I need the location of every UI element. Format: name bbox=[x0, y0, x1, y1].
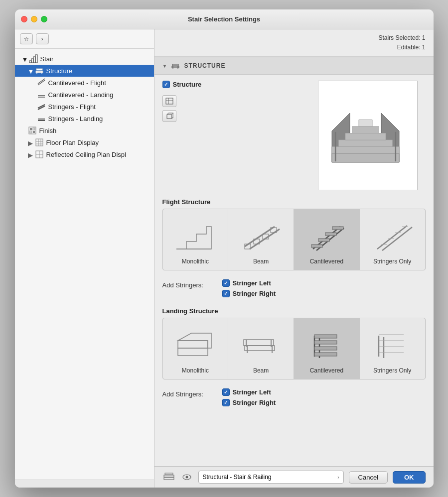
structure-icon bbox=[35, 66, 44, 75]
maximize-button[interactable] bbox=[41, 16, 47, 22]
flight-beam-label: Beam bbox=[253, 258, 269, 265]
sidebar-item-stair[interactable]: ▼ Stair bbox=[15, 53, 154, 65]
flight-stringer-left-label: Stringer Left bbox=[233, 279, 271, 287]
structure-checkbox-item[interactable]: Structure bbox=[162, 81, 318, 88]
landing-stringer-left-checkbox[interactable] bbox=[222, 388, 230, 396]
arrow-down-icon-structure: ▼ bbox=[28, 68, 34, 74]
sidebar-item-stringers-flight[interactable]: Stringers - Flight bbox=[15, 101, 154, 113]
view-dropdown-label: Structural - Stair & Railing bbox=[203, 474, 272, 481]
layers-icon bbox=[163, 472, 175, 482]
minimize-button[interactable] bbox=[31, 16, 37, 22]
landing-structure-grid: Monolithic bbox=[162, 318, 426, 379]
landing-cantilevered-option[interactable]: Cantilevered bbox=[294, 318, 360, 379]
arrow-right-icon-reflected: ▶ bbox=[28, 151, 34, 157]
landing-cantilevered-img bbox=[304, 324, 349, 364]
stringers-landing-icon bbox=[37, 114, 46, 123]
svg-rect-19 bbox=[30, 131, 32, 133]
flight-cantilevered-option[interactable]: Cantilevered bbox=[294, 209, 360, 270]
svg-rect-17 bbox=[30, 128, 32, 130]
window-body: ☆ › ▼ Stair bbox=[15, 29, 434, 488]
finish-icon bbox=[28, 126, 37, 135]
svg-rect-97 bbox=[165, 473, 173, 475]
star-icon: ☆ bbox=[24, 36, 29, 42]
landing-monolithic-option[interactable]: Monolithic bbox=[163, 318, 229, 379]
flight-stringer-right-label: Stringer Right bbox=[233, 290, 276, 297]
forward-button[interactable]: › bbox=[36, 33, 49, 44]
sidebar-tree: ▼ Stair ▼ bbox=[15, 49, 154, 480]
reflected-label: Reflected Ceiling Plan Displ bbox=[46, 151, 126, 158]
flight-add-stringers-row: Add Stringers: Stringer Left Stringer Ri… bbox=[154, 276, 434, 303]
eye-icon-container bbox=[180, 472, 193, 483]
flight-structure-grid: Monolithic bbox=[162, 209, 426, 270]
flight-stringers-only-label: Stringers Only bbox=[373, 258, 411, 265]
flight-cantilevered-img bbox=[304, 215, 349, 255]
floor-plan-label: Floor Plan Display bbox=[46, 139, 99, 146]
stair-preview-image bbox=[318, 81, 418, 190]
titlebar: Stair Selection Settings bbox=[15, 9, 434, 29]
flight-beam-option[interactable]: Beam bbox=[228, 209, 294, 270]
svg-marker-44 bbox=[332, 147, 399, 154]
landing-stringer-right-item[interactable]: Stringer Right bbox=[222, 399, 276, 406]
stringers-landing-label: Stringers - Landing bbox=[48, 115, 103, 123]
sidebar-item-cantilever-flight[interactable]: Cantilevered - Flight bbox=[15, 77, 154, 89]
main-panel: Stairs Selected: 1 Editable: 1 ▼ STRUCTU… bbox=[154, 29, 434, 488]
svg-rect-95 bbox=[164, 475, 174, 477]
plan-view-icon bbox=[165, 98, 173, 105]
svg-rect-7 bbox=[36, 69, 42, 70]
window-title: Stair Selection Settings bbox=[188, 15, 260, 23]
svg-rect-88 bbox=[314, 335, 337, 338]
svg-marker-76 bbox=[178, 333, 211, 348]
3d-view-icon bbox=[165, 113, 173, 120]
sidebar-toolbar: ☆ › bbox=[15, 29, 154, 49]
flight-stringer-left-checkbox[interactable] bbox=[222, 279, 230, 287]
flight-stringer-right-checkbox[interactable] bbox=[222, 290, 230, 297]
svg-marker-46 bbox=[338, 140, 392, 147]
structure-checkbox-label: Structure bbox=[173, 81, 202, 88]
sidebar-item-stringers-landing[interactable]: Stringers - Landing bbox=[15, 113, 154, 124]
stringers-flight-icon bbox=[37, 102, 46, 111]
finish-label: Finish bbox=[39, 127, 57, 134]
star-button[interactable]: ☆ bbox=[20, 33, 33, 44]
stringers-flight-label: Stringers - Flight bbox=[48, 103, 96, 111]
landing-stringers-checks: Stringer Left Stringer Right bbox=[222, 388, 276, 406]
landing-monolithic-img bbox=[173, 324, 218, 364]
landing-stringers-only-option[interactable]: Stringers Only bbox=[360, 318, 425, 379]
section-arrow-icon: ▼ bbox=[162, 63, 167, 69]
main-content: ▼ STRUCTURE Structure bbox=[154, 57, 434, 466]
sidebar-item-finish[interactable]: Finish bbox=[15, 124, 154, 136]
view-dropdown[interactable]: Structural - Stair & Railing › bbox=[198, 471, 344, 484]
flight-stringer-left-item[interactable]: Stringer Left bbox=[222, 279, 276, 287]
ok-button[interactable]: OK bbox=[393, 471, 426, 484]
flight-monolithic-option[interactable]: Monolithic bbox=[163, 209, 229, 270]
view-2d-button[interactable] bbox=[162, 95, 176, 107]
svg-rect-87 bbox=[314, 341, 337, 344]
svg-rect-32 bbox=[172, 64, 178, 66]
landing-monolithic-label: Monolithic bbox=[182, 367, 209, 374]
landing-cantilevered-label: Cantilevered bbox=[310, 367, 343, 374]
sidebar: ☆ › ▼ Stair bbox=[15, 29, 154, 488]
sidebar-item-floor-plan[interactable]: ▶ Floor Plan Display bbox=[15, 136, 154, 148]
cantilever-landing-icon bbox=[37, 90, 46, 99]
landing-beam-option[interactable]: Beam bbox=[228, 318, 294, 379]
close-button[interactable] bbox=[21, 16, 27, 22]
landing-stringers-only-img bbox=[370, 324, 415, 364]
sidebar-item-reflected[interactable]: ▶ Reflected Ceiling Plan Displ bbox=[15, 148, 154, 160]
structure-checkbox[interactable] bbox=[162, 81, 170, 88]
landing-stringer-right-checkbox[interactable] bbox=[222, 399, 230, 406]
cancel-button[interactable]: Cancel bbox=[349, 471, 388, 484]
sidebar-footer bbox=[15, 480, 154, 488]
svg-marker-51 bbox=[359, 120, 372, 127]
flight-monolithic-label: Monolithic bbox=[182, 258, 209, 265]
bottom-bar: Structural - Stair & Railing › Cancel OK bbox=[154, 466, 434, 488]
flight-stringer-right-item[interactable]: Stringer Right bbox=[222, 290, 276, 297]
svg-rect-66 bbox=[325, 233, 336, 236]
floor-plan-icon bbox=[35, 138, 44, 147]
flight-stringers-only-option[interactable]: Stringers Only bbox=[360, 209, 425, 270]
sidebar-item-structure[interactable]: ▼ Structure bbox=[15, 65, 154, 77]
landing-stringer-left-item[interactable]: Stringer Left bbox=[222, 388, 276, 396]
flight-beam-img bbox=[239, 215, 284, 255]
view-3d-button[interactable] bbox=[162, 110, 176, 122]
sidebar-item-cantilever-landing[interactable]: Cantilevered - Landing bbox=[15, 89, 154, 101]
landing-beam-label: Beam bbox=[253, 367, 269, 374]
landing-stringer-right-label: Stringer Right bbox=[233, 399, 276, 406]
